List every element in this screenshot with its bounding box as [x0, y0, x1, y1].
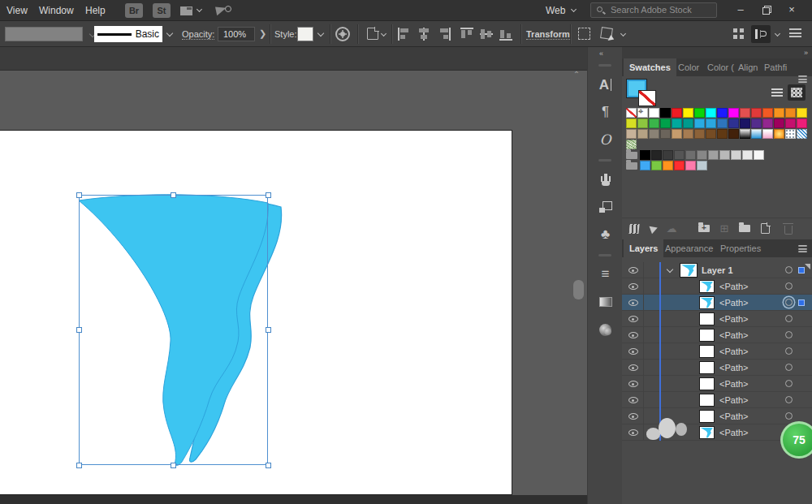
swatch[interactable]: [742, 150, 753, 160]
swatch[interactable]: [697, 161, 707, 170]
swatch[interactable]: [706, 118, 716, 128]
swatch-libraries-icon[interactable]: [627, 222, 641, 235]
swatch[interactable]: [762, 129, 773, 139]
swatch[interactable]: [649, 118, 659, 128]
bbox-handle-mid-right[interactable]: [266, 327, 271, 333]
swatch[interactable]: [660, 129, 671, 139]
layer-thumbnail[interactable]: [699, 377, 715, 390]
swatch[interactable]: [660, 118, 671, 128]
swatch[interactable]: [626, 129, 637, 139]
visibility-eye-icon[interactable]: [628, 397, 638, 403]
swatch[interactable]: [728, 118, 739, 128]
stroke-panel-icon[interactable]: ≡: [588, 261, 623, 288]
tab-swatches[interactable]: Swatches: [624, 58, 676, 76]
layer-thumbnail[interactable]: [699, 410, 715, 423]
new-color-group-icon[interactable]: [737, 222, 752, 235]
canvas-area[interactable]: ⌃: [0, 47, 587, 504]
path-row[interactable]: <Path>: [622, 295, 812, 311]
layers-panel-menu-icon[interactable]: [798, 245, 806, 252]
path-row[interactable]: <Path>: [622, 360, 812, 376]
swatch[interactable]: [706, 108, 716, 118]
align-right-icon[interactable]: [437, 28, 451, 41]
arrange-grid-icon[interactable]: [733, 28, 744, 39]
target-circle[interactable]: [785, 347, 793, 355]
target-circle[interactable]: [785, 299, 793, 306]
bbox-handle-mid-left[interactable]: [76, 327, 82, 333]
bbox-handle-bottom-right[interactable]: [266, 463, 271, 468]
swatch[interactable]: [797, 129, 807, 139]
brush-dropdown-chevron-icon[interactable]: [166, 30, 173, 37]
path-row[interactable]: <Path>: [622, 343, 812, 360]
bounding-box-icon[interactable]: [578, 28, 590, 40]
transform-link[interactable]: Transform: [526, 29, 570, 40]
swatch[interactable]: [774, 108, 784, 118]
swatch[interactable]: [774, 129, 784, 139]
layer-thumbnail[interactable]: [699, 361, 715, 374]
layer-thumbnail[interactable]: [699, 296, 715, 309]
workspace-switcher[interactable]: Web: [546, 5, 565, 16]
transparency-panel-icon[interactable]: [588, 316, 623, 343]
path-row[interactable]: <Path>: [622, 278, 812, 295]
cloud-sync-icon[interactable]: ☁: [664, 222, 679, 235]
visibility-eye-icon[interactable]: [628, 348, 638, 355]
path-row[interactable]: <Path>: [622, 311, 812, 327]
swatch[interactable]: [751, 118, 762, 128]
layer-thumbnail[interactable]: [699, 426, 715, 439]
swatch[interactable]: [683, 118, 693, 128]
swatch[interactable]: [697, 150, 707, 160]
target-circle[interactable]: [785, 315, 793, 322]
gradient-panel-icon[interactable]: [588, 288, 623, 316]
swatch[interactable]: [637, 108, 648, 118]
swatch[interactable]: [683, 108, 693, 118]
collapse-dock-icon[interactable]: «: [599, 50, 603, 58]
path-row[interactable]: <Path>: [622, 392, 812, 408]
graphic-style-swatch[interactable]: [297, 27, 313, 41]
symbols-panel-icon[interactable]: ♣: [588, 221, 623, 248]
menu-view[interactable]: View: [6, 5, 28, 16]
bbox-handle-top-right[interactable]: [266, 192, 271, 198]
panel-toggle-icon[interactable]: [751, 25, 771, 43]
arrange-documents-chevron-icon[interactable]: [197, 6, 202, 12]
swatch[interactable]: [626, 118, 637, 128]
minimize-button[interactable]: –: [728, 0, 753, 19]
swatch[interactable]: [785, 108, 796, 118]
select-similar-chevron-icon[interactable]: [620, 31, 626, 37]
visibility-eye-icon[interactable]: [628, 299, 638, 306]
swatch-kinds-icon[interactable]: ⊞: [717, 222, 732, 235]
swatch[interactable]: [685, 161, 696, 170]
visibility-eye-icon[interactable]: [628, 413, 638, 420]
delete-swatch-icon[interactable]: [781, 222, 796, 235]
swatch[interactable]: [651, 150, 662, 160]
tab-pathfinder[interactable]: Pathfi: [758, 58, 793, 76]
layer-thumbnail[interactable]: [699, 329, 715, 342]
align-top-icon[interactable]: [460, 28, 474, 41]
swatch[interactable]: [672, 108, 682, 118]
variable-width-profile-dropdown[interactable]: [5, 27, 83, 41]
swatch[interactable]: [706, 129, 716, 139]
vertical-scrollbar[interactable]: [573, 280, 584, 299]
visibility-eye-icon[interactable]: [628, 316, 638, 322]
tab-color[interactable]: Color: [672, 58, 705, 76]
bridge-button[interactable]: Br: [125, 3, 143, 18]
restore-button[interactable]: [754, 0, 778, 19]
layer-thumbnail[interactable]: [699, 312, 715, 325]
target-circle[interactable]: [785, 282, 793, 290]
align-left-icon[interactable]: [398, 28, 412, 41]
opacity-input[interactable]: 100%: [218, 27, 255, 41]
swatch[interactable]: [717, 129, 728, 139]
swatch[interactable]: [717, 118, 728, 128]
path-row[interactable]: <Path>: [622, 376, 812, 392]
visibility-eye-icon[interactable]: [628, 429, 638, 436]
paragraph-panel-icon[interactable]: ¶: [588, 98, 623, 126]
swatch[interactable]: [797, 108, 807, 118]
visibility-eye-icon[interactable]: [628, 267, 638, 274]
swatch[interactable]: [785, 118, 796, 128]
swatch[interactable]: [626, 140, 637, 149]
layer-thumbnail[interactable]: [699, 280, 715, 293]
swatch[interactable]: [683, 129, 693, 139]
swatch[interactable]: [626, 108, 637, 118]
menu-help[interactable]: Help: [85, 5, 106, 16]
tab-appearance[interactable]: Appearance: [659, 239, 719, 257]
swatch[interactable]: [672, 129, 682, 139]
swatch[interactable]: [649, 108, 659, 118]
